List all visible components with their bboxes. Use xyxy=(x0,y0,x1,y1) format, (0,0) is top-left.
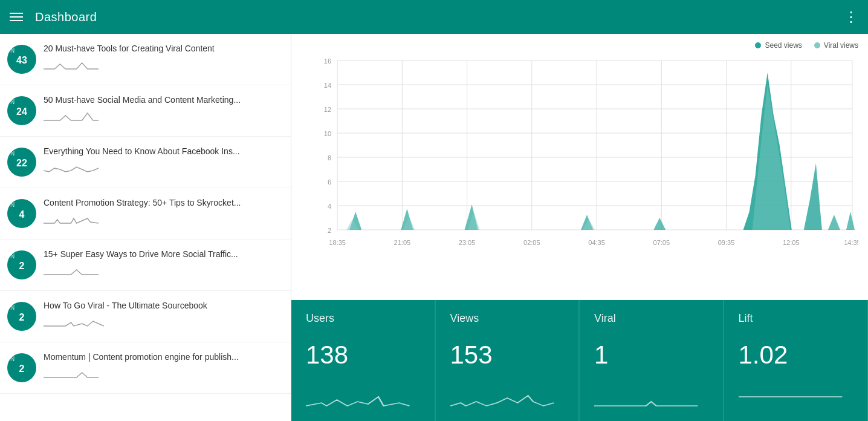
stat-value: 1.02 xyxy=(739,341,853,370)
menu-button[interactable] xyxy=(10,13,23,21)
stat-label: Viral xyxy=(594,312,708,325)
article-avatar: N 24 xyxy=(7,96,36,125)
article-content: Momentum | Content promotion engine for … xyxy=(44,352,283,383)
article-title: 15+ Super Easy Ways to Drive More Social… xyxy=(44,249,283,259)
viral-views-label: Viral views xyxy=(824,41,858,50)
svg-text:09:35: 09:35 xyxy=(718,239,735,246)
viral-views-dot xyxy=(814,42,820,48)
svg-text:4: 4 xyxy=(328,203,331,210)
article-content: Content Promotion Strategy: 50+ Tips to … xyxy=(44,198,283,229)
article-sparkline xyxy=(44,264,104,278)
stat-card-lift: Lift 1.02 xyxy=(724,300,869,421)
article-avatar: N 2 xyxy=(7,302,36,331)
stat-card-users: Users 138 xyxy=(291,300,436,421)
svg-text:23:05: 23:05 xyxy=(459,239,476,246)
article-content: 20 Must-have Tools for Creating Viral Co… xyxy=(44,44,283,75)
article-avatar: N 2 xyxy=(7,353,36,382)
chart-area: Seed views Viral views xyxy=(291,34,868,300)
chart-legend: Seed views Viral views xyxy=(301,41,858,50)
svg-text:21:05: 21:05 xyxy=(394,239,411,246)
svg-text:6: 6 xyxy=(328,178,331,186)
svg-text:16: 16 xyxy=(324,57,331,65)
svg-marker-40 xyxy=(798,163,828,230)
svg-text:12:05: 12:05 xyxy=(783,239,800,246)
stat-sparkline xyxy=(594,385,708,409)
stat-label: Users xyxy=(306,312,420,325)
article-avatar: N 43 xyxy=(7,45,36,74)
article-title: Content Promotion Strategy: 50+ Tips to … xyxy=(44,198,283,207)
article-item[interactable]: N 4 Content Promotion Strategy: 50+ Tips… xyxy=(0,188,291,240)
viral-views-legend: Viral views xyxy=(814,41,858,50)
svg-marker-42 xyxy=(842,212,855,230)
article-content: How To Go Viral - The Ultimate Sourceboo… xyxy=(44,301,283,332)
stat-label: Lift xyxy=(739,312,853,325)
seed-views-dot xyxy=(755,42,761,48)
article-content: Everything You Need to Know About Facebo… xyxy=(44,146,283,178)
stat-sparkline xyxy=(739,385,853,409)
article-title: Everything You Need to Know About Facebo… xyxy=(44,146,283,156)
article-title: How To Go Viral - The Ultimate Sourceboo… xyxy=(44,301,283,310)
article-avatar: N 4 xyxy=(7,199,36,228)
article-item[interactable]: N 2 15+ Super Easy Ways to Drive More So… xyxy=(0,240,291,291)
svg-text:18:35: 18:35 xyxy=(329,239,346,246)
stat-sparkline xyxy=(306,385,420,409)
svg-text:12: 12 xyxy=(324,106,331,113)
svg-text:8: 8 xyxy=(328,154,331,162)
stat-card-views: Views 153 xyxy=(436,300,580,421)
stat-value: 138 xyxy=(306,341,420,370)
svg-text:2: 2 xyxy=(328,227,331,234)
article-item[interactable]: N 22 Everything You Need to Know About F… xyxy=(0,137,291,188)
article-sparkline xyxy=(44,212,104,227)
article-item[interactable]: N 2 Momentum | Content promotion engine … xyxy=(0,342,291,394)
stat-card-viral: Viral 1 xyxy=(580,300,724,421)
seed-views-label: Seed views xyxy=(765,41,802,50)
article-sparkline xyxy=(44,109,104,124)
article-sparkline xyxy=(44,367,104,381)
stats-row: Users 138 Views 153 Viral 1 Lift 1.02 xyxy=(291,300,868,421)
stat-value: 1 xyxy=(594,341,708,370)
article-avatar: N 2 xyxy=(7,250,36,279)
svg-marker-38 xyxy=(646,218,673,230)
svg-marker-41 xyxy=(822,215,846,230)
article-content: 15+ Super Easy Ways to Drive More Social… xyxy=(44,249,283,281)
article-item[interactable]: N 43 20 Must-have Tools for Creating Vir… xyxy=(0,34,291,85)
more-options-button[interactable]: ⋮ xyxy=(844,8,858,25)
main-chart: 2 4 6 8 10 12 14 16 18:35 21:05 23:05 02… xyxy=(301,54,858,254)
svg-text:02:05: 02:05 xyxy=(523,239,540,246)
article-content: 50 Must-have Social Media and Content Ma… xyxy=(44,95,283,126)
app-header: Dashboard ⋮ xyxy=(0,0,868,34)
article-sparkline xyxy=(44,315,104,330)
page-title: Dashboard xyxy=(35,10,97,24)
stat-sparkline xyxy=(450,385,565,409)
svg-text:04:35: 04:35 xyxy=(588,239,605,246)
article-item[interactable]: N 24 50 Must-have Social Media and Conte… xyxy=(0,85,291,137)
article-avatar: N 22 xyxy=(7,148,36,177)
svg-text:07:05: 07:05 xyxy=(653,239,670,246)
seed-views-legend: Seed views xyxy=(755,41,802,50)
svg-text:14: 14 xyxy=(324,82,331,89)
article-title: 20 Must-have Tools for Creating Viral Co… xyxy=(44,44,283,53)
article-sparkline xyxy=(44,58,104,73)
article-title: 50 Must-have Social Media and Content Ma… xyxy=(44,95,283,105)
svg-text:10: 10 xyxy=(324,130,331,137)
article-item[interactable]: N 2 How To Go Viral - The Ultimate Sourc… xyxy=(0,291,291,342)
article-list: N 43 20 Must-have Tools for Creating Vir… xyxy=(0,34,291,421)
article-title: Momentum | Content promotion engine for … xyxy=(44,352,283,362)
main-layout: N 43 20 Must-have Tools for Creating Vir… xyxy=(0,34,868,421)
stat-label: Views xyxy=(450,312,565,325)
stat-value: 153 xyxy=(450,341,565,370)
svg-text:14:35: 14:35 xyxy=(844,239,858,246)
right-panel: Seed views Viral views xyxy=(291,34,868,421)
article-sparkline xyxy=(44,161,104,175)
